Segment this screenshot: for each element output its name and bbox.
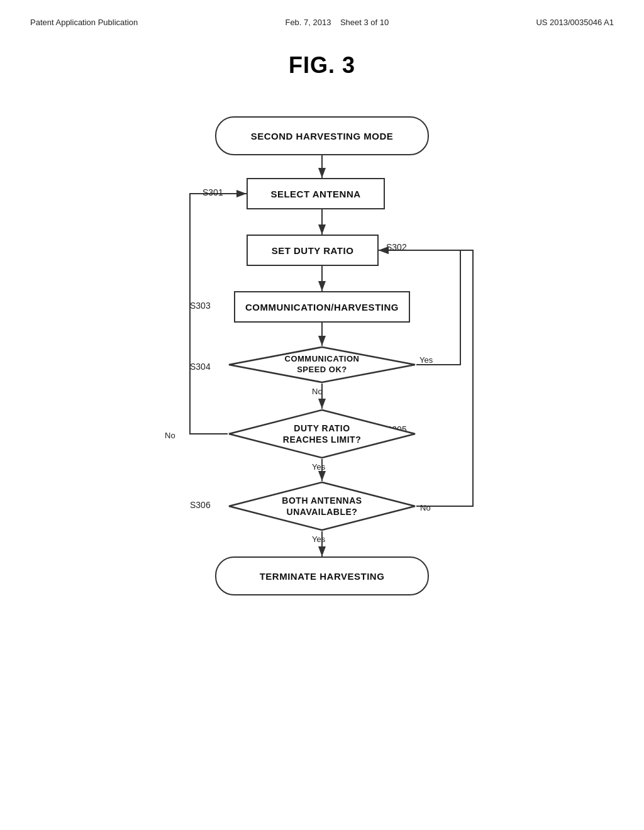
step-s303-label: S303: [190, 301, 211, 311]
step-s301-label: S301: [203, 187, 223, 197]
flowchart: SECOND HARVESTING MODE S301 SELECT ANTEN…: [108, 104, 536, 783]
header-left: Patent Application Publication: [30, 18, 138, 27]
step-s304-label: S304: [190, 362, 211, 372]
s304-no-label: No: [312, 387, 323, 396]
page-header: Patent Application Publication Feb. 7, 2…: [0, 0, 644, 27]
node-s306: BOTH ANTENNASUNAVAILABLE?: [228, 481, 416, 531]
node-s303: COMMUNICATION/HARVESTING: [234, 291, 410, 323]
s304-yes-label: Yes: [419, 355, 433, 365]
node-s305: DUTY RATIOREACHES LIMIT?: [228, 409, 416, 459]
node-s302: SET DUTY RATIO: [247, 235, 379, 266]
node-end: TERMINATE HARVESTING: [215, 556, 429, 595]
node-s301: SELECT ANTENNA: [247, 178, 385, 209]
s306-yes-label: Yes: [312, 534, 325, 544]
header-center: Feb. 7, 2013 Sheet 3 of 10: [285, 18, 389, 27]
s306-no-label: No: [420, 503, 431, 512]
header-right: US 2013/0035046 A1: [536, 18, 614, 27]
node-s304: COMMUNICATIONSPEED OK?: [228, 346, 416, 384]
step-s306-label: S306: [190, 500, 211, 510]
step-s302-label: S302: [386, 242, 407, 252]
figure-title: FIG. 3: [0, 52, 644, 79]
s305-yes-label: Yes: [312, 462, 325, 472]
s305-no-label: No: [165, 431, 175, 440]
node-start: SECOND HARVESTING MODE: [215, 116, 429, 155]
